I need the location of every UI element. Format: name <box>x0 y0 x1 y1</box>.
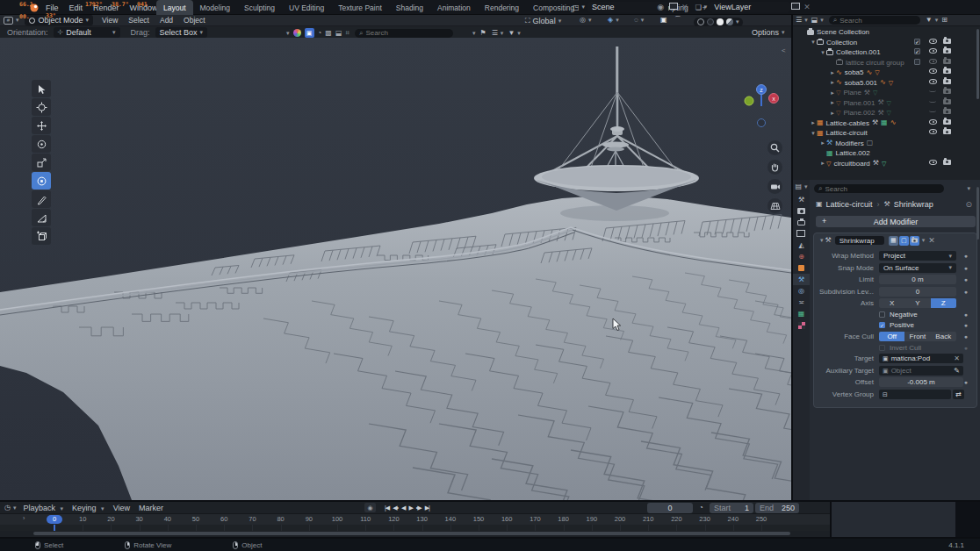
add-modifier-button[interactable]: + Add Modifier <box>816 216 976 227</box>
outliner-search-input[interactable] <box>839 17 901 25</box>
eye-icon[interactable] <box>929 79 937 84</box>
axis-z-minus[interactable] <box>758 119 766 127</box>
workspace-tab-uv-editing[interactable]: UV Editing <box>282 0 331 15</box>
filter-funnel-icon[interactable]: ▼ <box>508 30 515 37</box>
animate-dot[interactable]: ● <box>964 379 968 385</box>
eye-icon[interactable] <box>929 129 937 134</box>
axis-z-button[interactable]: Z <box>931 298 956 308</box>
outliner-row-plane-002[interactable]: ▸▽Plane.002⚒▽ <box>793 108 980 118</box>
transform-tool-button[interactable] <box>32 172 51 190</box>
timeline-menu-keying[interactable]: Keying ▾ <box>72 504 104 512</box>
display-mode-icon[interactable]: ⬓ <box>811 17 818 24</box>
jump-end-button[interactable]: ▶| <box>425 504 429 512</box>
auxiliary-target-field[interactable]: ▣ Object ✎ <box>879 366 963 376</box>
chevron-right-icon[interactable]: ▸ <box>829 110 836 117</box>
outliner-row-collection[interactable]: ▾Collection✓ <box>793 38 980 48</box>
camera-visibility-icon[interactable] <box>943 99 951 104</box>
modifier-extras-chevron-icon[interactable]: ▾ <box>922 237 926 244</box>
animate-dot[interactable]: ● <box>964 322 968 328</box>
viewport-menu-add[interactable]: Add <box>160 16 173 25</box>
new-scene-icon[interactable] <box>671 4 678 10</box>
menu-file[interactable]: File <box>46 4 59 12</box>
color-wheel-icon[interactable] <box>293 29 301 37</box>
offset-field[interactable]: -0.005 m <box>879 377 963 387</box>
grid-icon[interactable]: ⌗ <box>345 30 349 37</box>
workspace-tab-sculpting[interactable]: Sculpting <box>237 0 282 15</box>
outliner-search[interactable]: ⌕ <box>829 16 920 25</box>
next-key-button[interactable]: •▶ <box>416 504 422 512</box>
chevron-down-icon[interactable]: ▾ <box>810 130 817 137</box>
zoom-button[interactable] <box>767 140 782 155</box>
gizmo-toggle[interactable]: ▣ <box>660 17 667 24</box>
perspective-toggle-button[interactable] <box>767 198 782 213</box>
current-frame-field[interactable]: 0 <box>647 503 693 513</box>
properties-tab-scene[interactable]: ◭ <box>793 240 810 251</box>
jump-start-button[interactable]: |◀ <box>385 504 389 512</box>
workspace-tab-rendering[interactable]: Rendering <box>478 0 526 15</box>
properties-tab-tool[interactable]: ⚒ <box>793 194 810 205</box>
rotate-tool-button[interactable] <box>32 135 51 153</box>
options-dropdown[interactable]: Options ▾ <box>752 28 785 37</box>
collapse-chevron-icon[interactable]: ▾ <box>286 30 290 37</box>
select-box-tool-button[interactable] <box>32 80 51 97</box>
rendered-shading-button[interactable] <box>726 18 733 25</box>
funnel-chevron-icon[interactable]: ▾ <box>517 30 521 37</box>
properties-tab-render[interactable] <box>793 205 810 217</box>
chevron-right-icon[interactable]: ▸ <box>819 160 826 167</box>
view-layer-chevron-icon[interactable]: ▾ <box>704 4 708 11</box>
animate-dot[interactable]: ● <box>964 345 968 351</box>
eye-closed-icon[interactable] <box>929 109 936 112</box>
eye-icon[interactable] <box>929 59 937 64</box>
properties-tab-world[interactable]: ⊕ <box>793 251 810 262</box>
editor-type-icon[interactable]: # <box>4 17 13 25</box>
chevron-right-icon[interactable]: ▸ <box>829 89 836 97</box>
eyedropper-icon[interactable]: ✎ <box>954 367 960 375</box>
annotate-tool-button[interactable] <box>32 190 51 208</box>
measure-tool-button[interactable] <box>32 209 51 226</box>
positive-checkbox[interactable]: ✓ <box>879 322 885 328</box>
workspace-tab-shading[interactable]: Shading <box>389 0 430 15</box>
animate-dot[interactable]: ● <box>964 276 968 283</box>
exclude-checkbox[interactable]: ✓ <box>914 48 920 54</box>
outliner-filter-icon[interactable]: ▼ <box>926 17 933 24</box>
material-shading-button[interactable] <box>717 18 724 25</box>
outliner-filter-chevron-icon[interactable]: ▾ <box>935 17 939 24</box>
outliner-row-soba5[interactable]: ▸∿soba5∿▽ <box>793 68 980 78</box>
move-tool-button[interactable] <box>32 117 51 134</box>
properties-options-chevron-icon[interactable]: ▾ <box>967 185 970 192</box>
texture-icon[interactable]: ▩ <box>325 30 332 37</box>
display-list-icon[interactable]: ☰ <box>492 30 498 37</box>
chevron-right-icon[interactable]: ▸ <box>829 79 836 86</box>
exclude-checkbox[interactable]: ✓ <box>914 59 920 65</box>
animate-dot[interactable]: ● <box>964 333 968 340</box>
mode-select[interactable]: Object Mode ▾ <box>25 15 94 25</box>
outliner-row-circuitboard[interactable]: ▸▽circuitboard⚒▽ <box>793 159 980 169</box>
animate-dot[interactable]: ● <box>964 289 968 295</box>
outliner-row-scene-collection[interactable]: Scene Collection <box>793 27 980 38</box>
exclude-checkbox[interactable]: ✓ <box>914 39 920 45</box>
vertex-group-field[interactable]: ⊟ <box>879 390 951 399</box>
breadcrumb-modifier[interactable]: Shrinkwrap <box>894 200 933 209</box>
wrap-method-dropdown[interactable]: Project▾ <box>879 251 956 261</box>
view-layer-field[interactable]: ViewLayer <box>710 2 790 12</box>
target-field[interactable]: ▣ maticna:Pod ✕ <box>879 354 963 363</box>
camera-visibility-icon[interactable] <box>943 39 951 44</box>
face-cull-back-button[interactable]: Back <box>931 332 956 341</box>
properties-tab-constraints[interactable]: ≍ <box>793 297 810 308</box>
face-cull-front-button[interactable]: Front <box>904 332 930 341</box>
outliner-editor-chevron-icon[interactable]: ▾ <box>804 17 808 24</box>
invert-cull-checkbox[interactable]: ✓ <box>879 345 885 351</box>
outliner-row-plane-001[interactable]: ▸▽Plane.001⚒▽ <box>793 98 980 109</box>
add-cube-tool-button[interactable] <box>32 227 51 245</box>
delete-modifier-icon[interactable]: ✕ <box>928 236 935 245</box>
pan-button[interactable] <box>767 160 782 175</box>
properties-editor-icon[interactable]: ▤▾ <box>793 180 810 194</box>
frame-end-field[interactable]: End 250 <box>755 503 799 513</box>
properties-tab-object-data[interactable]: ▦ <box>793 308 810 319</box>
chevron-right-icon[interactable]: ▸ <box>829 69 836 76</box>
navigation-gizmo[interactable]: Z X <box>740 82 782 132</box>
edit-mode-toggle[interactable]: ▦ <box>889 236 898 246</box>
pin-icon[interactable]: ◉ <box>657 3 664 11</box>
display-mode-chevron-icon[interactable]: ▾ <box>820 17 824 24</box>
eye-icon[interactable] <box>929 119 937 125</box>
